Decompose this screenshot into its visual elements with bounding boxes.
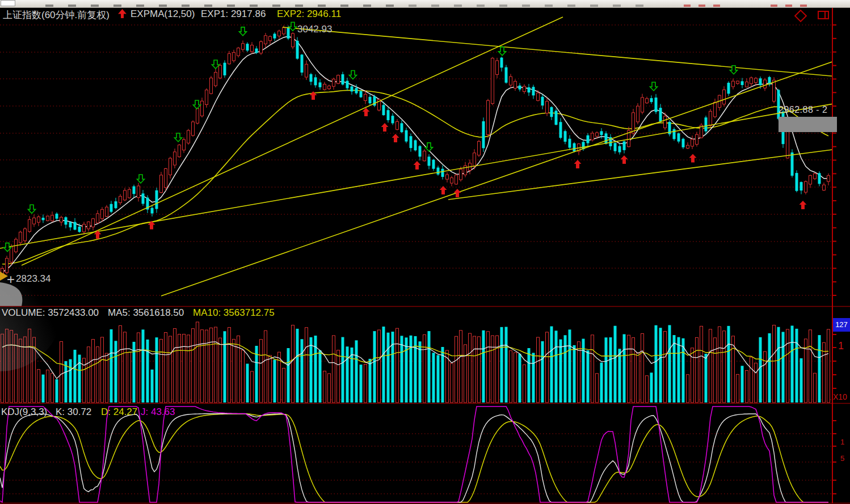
buy-arrow-icon <box>381 123 389 132</box>
kdj-scale-top: 1 <box>840 438 844 446</box>
ema-curves <box>2 36 828 272</box>
expma-up-arrow-icon <box>118 9 127 19</box>
trading-app-screen: 上证指数(60分钟.前复权) EXPMA(12,50) EXP1: 2917.8… <box>0 0 850 504</box>
sell-arrow-icon <box>212 60 220 69</box>
sell-arrow-icon <box>289 22 297 31</box>
sell-arrow-icon <box>426 143 433 151</box>
volume-scale-unit: X10 <box>833 392 847 401</box>
low-price-value: 2823.34 <box>16 273 51 285</box>
kdj-scale-mid: 5 <box>840 454 844 463</box>
split-window-divider <box>824 12 826 18</box>
exp1-value: EXP1: 2917.86 <box>201 9 266 20</box>
volume-ma10-label: MA10: 3563712.75 <box>193 307 275 319</box>
exp2-value: EXP2: 2946.11 <box>277 9 341 20</box>
crosshair-glyph: + <box>7 274 15 284</box>
kdj-name-label: KDJ(9,3,3) <box>1 406 47 418</box>
right-price-label: 2962.88 - 2 <box>779 105 827 115</box>
buy-arrow-icon <box>621 155 628 164</box>
gridlines <box>0 25 832 494</box>
low-price-label: + 2823.34 <box>7 273 51 285</box>
buy-arrow-icon <box>574 160 582 168</box>
kdj-d-value: D: 24.27 <box>101 406 137 418</box>
sell-arrow-icon <box>499 47 506 56</box>
volume-scale-mid: 1 <box>838 340 844 352</box>
sell-arrow-icon <box>175 133 182 142</box>
buy-arrow-icon <box>392 134 399 142</box>
kdj-k-value: K: 30.72 <box>56 406 91 418</box>
buy-arrow-icon <box>799 201 807 209</box>
kdj-lines <box>0 406 828 502</box>
buy-arrow-icon <box>414 161 421 170</box>
peak-price-label: 3042.93 <box>297 24 332 35</box>
sell-arrow-icon <box>28 205 36 213</box>
chart-canvas[interactable] <box>0 0 850 504</box>
sell-arrow-icon <box>239 27 247 36</box>
sell-arrow-icon <box>137 175 145 183</box>
selection-box[interactable] <box>779 117 837 132</box>
volume-scale-max-badge: 127 <box>833 318 850 332</box>
instrument-title: 上证指数(60分钟.前复权) <box>3 9 110 22</box>
volume-value-label: VOLUME: 3572433.00 <box>2 307 99 319</box>
volume-bars <box>1 322 830 403</box>
candlesticks <box>1 26 830 279</box>
sell-arrow-icon <box>350 70 357 79</box>
split-window-icon[interactable] <box>818 11 829 19</box>
kdj-j-value: J: 43.63 <box>141 406 175 418</box>
indicator-label: EXPMA(12,50) <box>131 9 195 20</box>
sell-arrow-icon <box>193 100 201 109</box>
volume-ma5-label: MA5: 3561618.50 <box>108 307 184 319</box>
buy-arrow-icon <box>689 154 697 163</box>
sell-arrow-icon <box>650 82 658 91</box>
